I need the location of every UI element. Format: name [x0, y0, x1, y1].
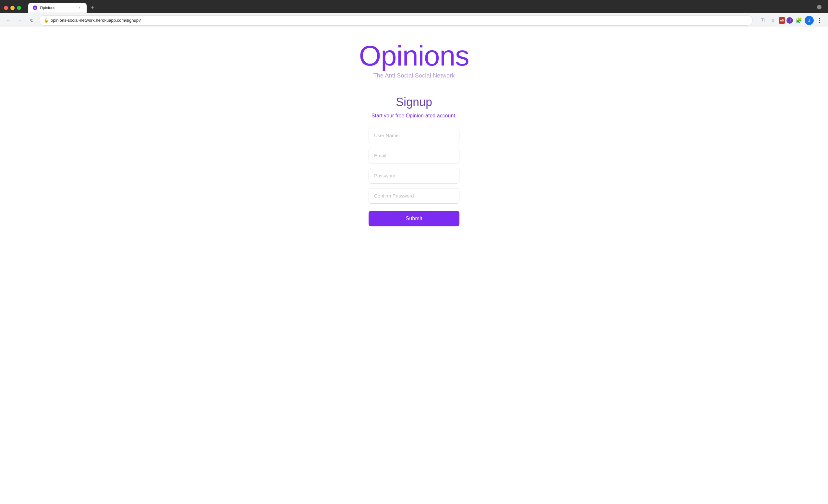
tab-bar: O Opinions × +: [28, 3, 424, 13]
minimize-window-button[interactable]: [10, 6, 14, 10]
password-input[interactable]: [369, 168, 459, 183]
toolbar-icons: ⚿ ☆ uB ☽ 🧩 J ⋮: [758, 16, 824, 25]
submit-button[interactable]: Submit: [369, 211, 459, 226]
signup-section: Signup Start your free Opinion-ated acco…: [0, 95, 828, 226]
address-bar-row: ← → ↻ 🔒 opinions-social-network.herokuap…: [0, 13, 828, 27]
title-bar-right: [426, 5, 824, 11]
extensions-icon[interactable]: 🧩: [794, 16, 803, 25]
app-title: Opinions: [359, 40, 469, 72]
tab-favicon: O: [33, 5, 37, 10]
signup-subheading: Start your free Opinion-ated account.: [372, 113, 456, 119]
ublock-icon[interactable]: uB: [779, 17, 785, 24]
forward-button[interactable]: →: [15, 16, 25, 25]
app-subtitle: The Anti Social Social Network: [359, 72, 469, 79]
email-input[interactable]: [369, 148, 459, 163]
back-button[interactable]: ←: [4, 16, 13, 25]
bookmark-star-icon[interactable]: ☆: [768, 16, 777, 25]
username-field-group: [369, 128, 459, 143]
reload-button[interactable]: ↻: [27, 16, 36, 25]
new-tab-button[interactable]: +: [88, 3, 97, 12]
system-icon: [817, 5, 822, 9]
confirm-password-input[interactable]: [369, 188, 459, 204]
key-icon[interactable]: ⚿: [758, 16, 767, 25]
address-bar[interactable]: 🔒 opinions-social-network.herokuapp.com/…: [39, 15, 753, 26]
tab-close-button[interactable]: ×: [77, 5, 82, 10]
email-field-group: [369, 148, 459, 163]
dark-mode-icon[interactable]: ☽: [786, 17, 793, 24]
app-header: Opinions The Anti Social Social Network: [359, 40, 469, 79]
page-content: Opinions The Anti Social Social Network …: [0, 27, 828, 504]
browser-chrome: O Opinions × + ← → ↻ 🔒 opinions-social-n…: [0, 0, 828, 27]
close-window-button[interactable]: [4, 6, 8, 10]
profile-avatar[interactable]: J: [804, 16, 814, 25]
password-field-group: [369, 168, 459, 183]
signup-heading: Signup: [396, 95, 432, 109]
lock-icon: 🔒: [44, 18, 49, 23]
confirm-password-field-group: [369, 188, 459, 204]
username-input[interactable]: [369, 128, 459, 143]
menu-icon[interactable]: ⋮: [815, 16, 824, 25]
title-bar: O Opinions × +: [0, 0, 828, 13]
signup-form: Submit: [369, 128, 459, 226]
active-tab[interactable]: O Opinions ×: [28, 3, 87, 13]
address-text: opinions-social-network.herokuapp.com/si…: [51, 18, 748, 23]
maximize-window-button[interactable]: [17, 6, 21, 10]
tab-title: Opinions: [40, 5, 74, 10]
window-controls: [4, 6, 21, 10]
